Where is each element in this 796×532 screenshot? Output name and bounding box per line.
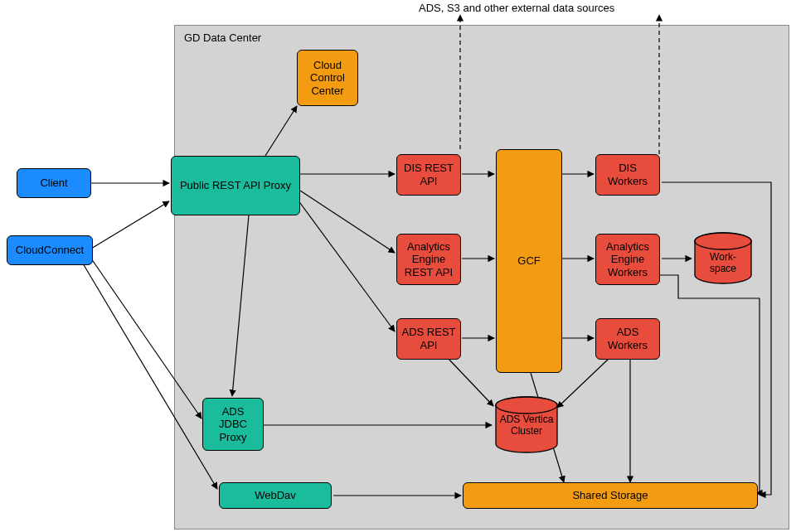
svg-point-27 [496, 397, 557, 414]
shared-storage-label: Shared Storage [572, 489, 648, 502]
client-node: Client [17, 168, 91, 198]
external-sources-label: ADS, S3 and other external data sources [419, 2, 614, 14]
ads-jdbc-node: ADS JDBC Proxy [202, 398, 264, 451]
public-api-node: Public REST API Proxy [171, 156, 300, 215]
ae-workers-label: Analytics Engine Workers [599, 240, 656, 279]
client-label: Client [40, 177, 67, 190]
ads-rest-label: ADS REST API [400, 326, 457, 351]
gcf-label: GCF [517, 254, 540, 268]
ads-rest-node: ADS REST API [396, 318, 461, 360]
ads-workers-node: ADS Workers [595, 318, 660, 360]
dis-workers-node: DIS Workers [595, 154, 660, 196]
workspace-cylinder: Work- space [693, 232, 753, 285]
ads-vertica-label: ADS Vertica Cluster [494, 414, 559, 438]
datacenter-label: GD Data Center [184, 31, 261, 44]
dis-rest-label: DIS REST API [400, 162, 457, 187]
ads-workers-label: ADS Workers [599, 326, 656, 351]
webdav-node: WebDav [219, 482, 332, 509]
dis-workers-label: DIS Workers [599, 162, 656, 187]
public-api-label: Public REST API Proxy [180, 179, 291, 192]
ads-vertica-cylinder: ADS Vertica Cluster [494, 396, 559, 454]
cloudconnect-node: CloudConnect [7, 235, 93, 265]
ae-rest-node: Analytics Engine REST API [396, 234, 461, 285]
gcf-node: GCF [496, 149, 562, 373]
cloud-control-label: Cloud Control Center [301, 59, 354, 98]
shared-storage-node: Shared Storage [463, 482, 758, 509]
cloud-control-node: Cloud Control Center [297, 50, 358, 106]
ads-jdbc-label: ADS JDBC Proxy [206, 405, 260, 444]
svg-point-25 [695, 233, 751, 249]
ae-workers-node: Analytics Engine Workers [595, 234, 660, 285]
dis-rest-node: DIS REST API [396, 154, 461, 196]
svg-line-3 [91, 201, 169, 249]
workspace-label: Work- space [693, 252, 753, 275]
ae-rest-label: Analytics Engine REST API [400, 240, 457, 279]
cloudconnect-label: CloudConnect [16, 244, 84, 257]
webdav-label: WebDav [255, 489, 296, 502]
